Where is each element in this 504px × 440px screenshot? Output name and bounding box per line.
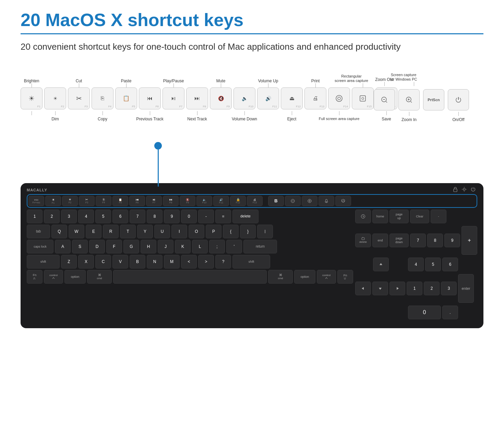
kb-key-n[interactable]: N <box>147 255 163 269</box>
kb-key-0-wide[interactable]: 0 <box>408 306 441 319</box>
kb-key-e[interactable]: E <box>86 225 101 238</box>
fkey-f11[interactable]: 🔊F11 <box>257 87 279 109</box>
kb-key-fn-right[interactable]: Fn <box>337 270 353 284</box>
kb-key-delete-np[interactable]: delete <box>355 234 371 247</box>
kb-key-slash[interactable]: ? <box>215 255 231 269</box>
kb-key-9[interactable]: 9 <box>164 210 180 223</box>
kb-key-i[interactable]: I <box>171 225 187 238</box>
kb-key-z[interactable]: Z <box>61 255 77 269</box>
kb-key-end[interactable]: end <box>372 234 388 247</box>
kb-key-semicolon[interactable]: ; <box>209 240 225 253</box>
kb-key-0[interactable]: 0 <box>181 210 197 223</box>
kb-key-6[interactable]: 6 <box>442 258 458 271</box>
kb-key-shift-left[interactable]: shift <box>27 255 60 269</box>
kb-key-3[interactable]: 3 <box>61 210 77 223</box>
extra-key-zoom-in[interactable] <box>398 89 420 110</box>
kb-key-delete[interactable]: delete <box>232 210 259 223</box>
kb-key-dot[interactable]: . <box>442 306 458 319</box>
kb-key-g[interactable]: G <box>123 240 139 253</box>
kb-key-c[interactable]: C <box>95 255 111 269</box>
kb-key-fn[interactable]: Fn <box>27 270 43 284</box>
kb-key-f[interactable]: F <box>106 240 122 253</box>
kb-key-4[interactable]: 4 <box>78 210 94 223</box>
fkey-f9[interactable]: 🔇F9 <box>210 87 232 109</box>
kb-key-s[interactable]: S <box>72 240 88 253</box>
kb-key-cmd-left[interactable]: ⌘ cmd <box>87 270 112 284</box>
kb-key-arrow-up[interactable] <box>373 258 389 271</box>
kb-key-pageup[interactable]: pageup <box>389 210 409 223</box>
kb-key-1[interactable]: 1 <box>407 282 422 295</box>
kb-key-2[interactable]: 2 <box>44 210 60 223</box>
kb-key-capslock[interactable]: caps lock <box>27 240 53 253</box>
kb-key-arrow-down[interactable] <box>372 282 388 295</box>
kb-key-6[interactable]: 6 <box>112 210 128 223</box>
kb-key-7[interactable]: 7 <box>410 234 426 247</box>
kb-key-num-minus[interactable]: - <box>431 210 446 223</box>
kb-key-enter[interactable]: enter <box>458 274 474 303</box>
kb-key-control-right[interactable]: control <box>317 270 336 284</box>
fkey-f6[interactable]: ⏮F6 <box>139 87 161 109</box>
kb-key-1[interactable]: 1 <box>27 210 43 223</box>
kb-key-t[interactable]: T <box>120 225 136 238</box>
fkey-f2[interactable]: ☀F2 <box>44 87 66 109</box>
kb-key-minus[interactable]: - <box>198 210 214 223</box>
kb-key-cmd-right[interactable]: ⌘ cmd <box>268 270 293 284</box>
kb-f12[interactable]: 🔒F12 <box>230 196 246 206</box>
extra-key-zoom-out[interactable] <box>374 89 395 110</box>
kb-key-equals[interactable]: = <box>215 210 231 223</box>
kb-power[interactable] <box>335 196 351 206</box>
kb-key-j[interactable]: J <box>158 240 173 253</box>
fkey-f3[interactable]: ✂F3 <box>68 87 90 109</box>
kb-key-o[interactable]: O <box>189 225 204 238</box>
extra-key-onoff[interactable] <box>448 89 469 110</box>
kb-key-a[interactable]: A <box>55 240 71 253</box>
kb-f11[interactable]: 🔊F11 <box>213 196 229 206</box>
fkey-f8[interactable]: ⏭F8 <box>186 87 208 109</box>
kb-key-h[interactable]: H <box>141 240 156 253</box>
kb-f3[interactable]: ✂F3 <box>79 196 95 206</box>
kb-key-option-right[interactable]: option <box>294 270 315 284</box>
kb-key-v[interactable]: V <box>112 255 128 269</box>
kb-key-comma[interactable]: < <box>181 255 197 269</box>
fkey-f15[interactable]: F15 <box>352 87 374 109</box>
fkey-f12[interactable]: ⏏F12 <box>281 87 303 109</box>
kb-key-option-left[interactable]: option <box>64 270 86 284</box>
kb-key-3[interactable]: 3 <box>441 282 457 295</box>
fkey-f5[interactable]: 📋F5 <box>115 87 137 109</box>
kb-key-8[interactable]: 8 <box>147 210 163 223</box>
kb-f13[interactable]: 🖨F13 <box>247 196 263 206</box>
kb-key-u[interactable]: U <box>154 225 170 238</box>
kb-key-w[interactable]: W <box>69 225 84 238</box>
fkey-f10[interactable]: 🔈F10 <box>233 87 255 109</box>
kb-key-arrow-right[interactable] <box>389 282 405 295</box>
kb-key-space[interactable] <box>113 270 267 284</box>
kb-key-x[interactable]: X <box>78 255 94 269</box>
kb-key-return[interactable]: return <box>243 240 277 253</box>
kb-f2[interactable]: ☀F2 <box>62 196 78 206</box>
kb-f6[interactable]: ⏮F6 <box>129 196 145 206</box>
kb-f7[interactable]: ⏯F7 <box>146 196 162 206</box>
fkey-f4[interactable]: ⎘F4 <box>92 87 113 109</box>
extra-key-prtscn[interactable]: PrtScn <box>423 89 444 110</box>
fkey-f13[interactable]: 🖨F13 <box>304 87 326 109</box>
kb-key-l[interactable]: L <box>192 240 208 253</box>
kb-f8[interactable]: ⏭F8 <box>163 196 179 206</box>
kb-f4[interactable]: ⎘F4 <box>96 196 111 206</box>
kb-key-p[interactable]: P <box>206 225 221 238</box>
kb-f9[interactable]: 🔇F9 <box>180 196 195 206</box>
kb-key-d[interactable]: D <box>89 240 105 253</box>
kb-key-4[interactable]: 4 <box>408 258 424 271</box>
kb-key-y[interactable]: Y <box>137 225 153 238</box>
kb-key-shift-right[interactable]: shift <box>232 255 270 269</box>
kb-key-2[interactable]: 2 <box>424 282 440 295</box>
kb-key-backslash[interactable]: | <box>257 225 273 238</box>
kb-key-tab[interactable]: tab <box>27 225 50 238</box>
kb-mic[interactable] <box>319 196 334 206</box>
kb-key-arrow-left[interactable] <box>355 282 371 295</box>
kb-key-control-left[interactable]: control <box>44 270 63 284</box>
kb-key-7[interactable]: 7 <box>130 210 145 223</box>
kb-key-m[interactable]: M <box>164 255 180 269</box>
kb-key-9[interactable]: 9 <box>444 234 460 247</box>
kb-key-home[interactable]: home <box>372 210 388 223</box>
kb-f5[interactable]: 📋F5 <box>112 196 128 206</box>
